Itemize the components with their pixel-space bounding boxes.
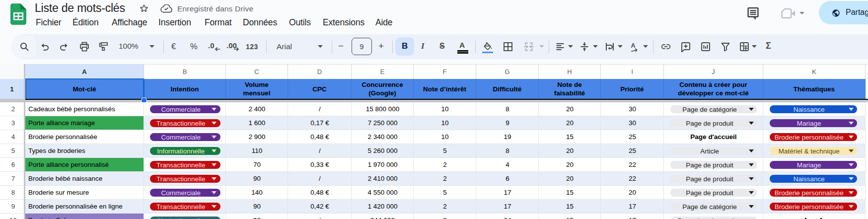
svg-text:A: A xyxy=(631,42,636,49)
